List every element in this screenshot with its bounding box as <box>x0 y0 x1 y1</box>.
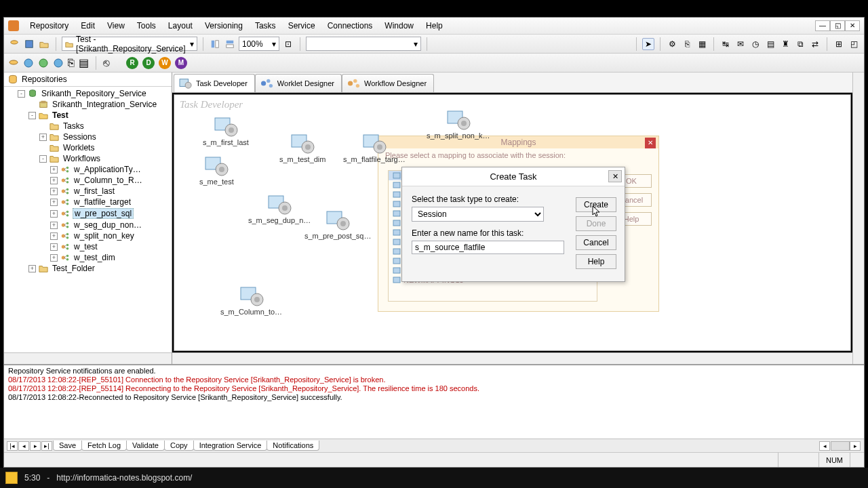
tree-item[interactable]: +w_first_last <box>4 186 172 197</box>
log-hscroll-left[interactable]: ◂ <box>819 441 830 451</box>
expand-icon[interactable]: - <box>18 90 25 98</box>
t2-icon-3[interactable] <box>38 58 49 68</box>
zoom-combo[interactable]: 100%▾ <box>239 37 279 51</box>
circle-d[interactable]: D <box>142 57 155 69</box>
expand-icon[interactable]: + <box>50 243 58 251</box>
connect-icon[interactable] <box>8 38 20 50</box>
tool-icon-4[interactable]: ↹ <box>719 38 732 50</box>
tool-icon-10[interactable]: ⇄ <box>809 38 821 50</box>
tree-item[interactable]: +w_test_dim <box>4 252 172 263</box>
tool-icon-12[interactable]: ◰ <box>848 38 860 50</box>
log-hscroll-thumb[interactable] <box>831 441 850 451</box>
menu-tasks[interactable]: Tasks <box>250 19 281 33</box>
circle-w[interactable]: W <box>159 57 171 69</box>
session-task[interactable]: s_me_test <box>199 155 234 186</box>
tree-item[interactable]: -Srikanth_Repository_Service <box>4 88 172 99</box>
design-canvas[interactable]: Task Developer Mappings ✕ Please select … <box>174 94 851 351</box>
menu-help[interactable]: Help <box>420 19 448 33</box>
log-nav-prev[interactable]: ◂ <box>18 441 29 451</box>
tree-item[interactable]: +w_seg_dup_non… <box>4 220 172 230</box>
menu-service[interactable]: Service <box>283 19 321 33</box>
zoom-fit-icon[interactable]: ⊡ <box>282 38 294 50</box>
tree-item[interactable]: -Test <box>4 110 172 121</box>
log-hscroll-right[interactable]: ▸ <box>850 441 861 451</box>
workflow-combo[interactable]: ▾ <box>306 37 421 51</box>
tree-item[interactable]: Srikanth_Integration_Service <box>4 99 172 110</box>
tool-icon-1[interactable]: ⚙ <box>666 38 678 50</box>
expand-icon[interactable]: + <box>50 254 58 262</box>
tree-item[interactable]: +w_ApplicationTy… <box>4 164 172 175</box>
tree-item[interactable]: +w_flatfile_target <box>4 197 172 207</box>
tool-icon-8[interactable]: ♜ <box>779 38 791 50</box>
menu-layout[interactable]: Layout <box>163 19 198 33</box>
tab-worklet-designer[interactable]: Worklet Designer <box>255 74 342 92</box>
session-task[interactable]: s_m_test_dim <box>279 132 326 163</box>
t2-icon-4[interactable] <box>53 58 64 68</box>
menu-repository[interactable]: Repository <box>24 19 74 33</box>
expand-icon[interactable]: + <box>50 210 58 218</box>
help-button[interactable]: Help <box>576 254 616 269</box>
view-icon-1[interactable] <box>209 38 221 50</box>
log-nav-last[interactable]: ▸| <box>41 441 52 451</box>
menu-window[interactable]: Window <box>379 19 419 33</box>
log-tab[interactable]: Save <box>53 441 82 451</box>
session-task[interactable]: s_m_split_non_k… <box>427 108 490 140</box>
tool-icon-7[interactable]: ▤ <box>764 38 776 50</box>
tree-item[interactable]: Worklets <box>4 142 172 153</box>
tab-workflow-designer[interactable]: Workflow Designer <box>342 74 434 92</box>
task-name-input[interactable] <box>412 241 564 254</box>
expand-icon[interactable]: + <box>50 222 58 229</box>
menu-versioning[interactable]: Versioning <box>199 19 248 33</box>
repository-combo[interactable]: Test - [Srikanth_Repository_Service] ▾ <box>62 37 197 51</box>
canvas-vscroll[interactable] <box>852 73 864 364</box>
session-task[interactable]: s_m_flatfile_targ… <box>343 132 406 163</box>
menu-view[interactable]: View <box>102 19 130 33</box>
expand-icon[interactable]: + <box>50 166 58 174</box>
save-icon[interactable] <box>23 38 35 50</box>
log-tab[interactable]: Copy <box>164 441 194 451</box>
t2-icon-5[interactable]: ⎘ <box>68 57 75 69</box>
tree-item[interactable]: +Sessions <box>4 131 172 142</box>
log-tab[interactable]: Validate <box>126 441 165 451</box>
menu-connections[interactable]: Connections <box>322 19 378 33</box>
t2-icon-7[interactable]: ⎋ <box>103 57 110 69</box>
tool-icon-6[interactable]: ◷ <box>749 38 762 50</box>
tool-icon-11[interactable]: ⊞ <box>833 38 845 50</box>
t2-icon-2[interactable] <box>23 58 34 68</box>
tree-item[interactable]: +w_Column_to_R… <box>4 175 172 186</box>
expand-icon[interactable]: - <box>28 112 36 119</box>
tree-item[interactable]: -Workflows <box>4 153 172 164</box>
tool-icon-3[interactable]: ▦ <box>696 38 708 50</box>
tree-item[interactable]: +w_pre_post_sql <box>4 207 172 220</box>
canvas-hscroll[interactable] <box>172 352 852 364</box>
cancel-button[interactable]: Cancel <box>576 235 616 250</box>
close-button[interactable]: ✕ <box>845 20 860 31</box>
log-tab[interactable]: Fetch Log <box>81 441 127 451</box>
tree-item[interactable]: +w_test <box>4 241 172 252</box>
log-nav-next[interactable]: ▸ <box>30 441 41 451</box>
tree-item[interactable]: +w_split_non_key <box>4 230 172 241</box>
tab-task-developer[interactable]: Task Developer <box>174 74 255 92</box>
tree-item[interactable]: +Test_Folder <box>4 263 172 274</box>
expand-icon[interactable]: - <box>39 155 47 163</box>
tool-icon-5[interactable]: ✉ <box>734 38 747 50</box>
session-task[interactable]: s_m_pre_post_sq… <box>304 209 371 240</box>
t2-icon-1[interactable] <box>8 58 19 68</box>
minimize-button[interactable]: — <box>815 20 830 31</box>
pointer-icon[interactable]: ➤ <box>642 38 654 50</box>
tool-icon-2[interactable]: ⎘ <box>681 38 693 50</box>
sticky-note-icon[interactable] <box>5 472 18 484</box>
circle-m[interactable]: M <box>175 57 187 69</box>
view-icon-2[interactable] <box>224 38 236 50</box>
log-tab[interactable]: Notifications <box>267 441 319 451</box>
menu-tools[interactable]: Tools <box>132 19 161 33</box>
folder-icon[interactable] <box>38 38 50 50</box>
expand-icon[interactable]: + <box>50 199 58 206</box>
menu-edit[interactable]: Edit <box>75 19 100 33</box>
expand-icon[interactable]: + <box>28 265 36 272</box>
tool-icon-9[interactable]: ⧉ <box>794 38 806 50</box>
dialog-close-button[interactable]: ✕ <box>608 170 622 182</box>
tree-item[interactable]: Tasks <box>4 121 172 131</box>
expand-icon[interactable]: + <box>39 134 47 141</box>
log-tab[interactable]: Integration Service <box>193 441 268 451</box>
